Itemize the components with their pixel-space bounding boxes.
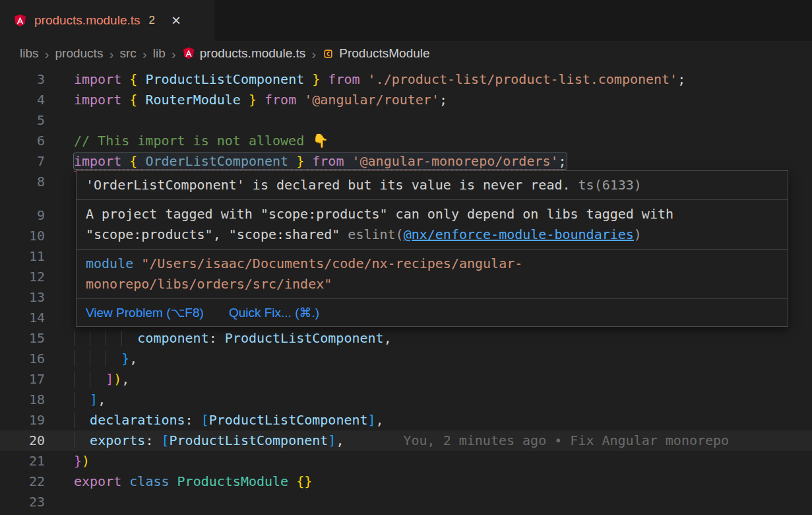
eslint-rule-link[interactable]: @nx/enforce-module-boundaries <box>404 226 634 242</box>
line-number[interactable]: 7 <box>0 151 45 172</box>
code-token: declarations <box>90 412 185 428</box>
breadcrumb-item-products-module-ts[interactable]: products.module.ts <box>182 46 306 61</box>
breadcrumb-item-productsmodule[interactable]: ProductsModule <box>322 46 429 61</box>
indent-guide <box>121 331 122 346</box>
code-token: OrderListComponent <box>145 153 288 169</box>
code-token: { <box>129 153 145 169</box>
line-number[interactable]: 22 <box>0 471 45 492</box>
code-token: , <box>129 351 137 366</box>
line-content: import { ProductListComponent } from './… <box>74 71 685 87</box>
line-number[interactable]: 20 <box>0 430 45 451</box>
line-content: import { OrderListComponent } from '@ang… <box>74 153 567 169</box>
indent-guide <box>106 351 106 366</box>
line-content: ], <box>74 392 106 407</box>
view-problem-button[interactable]: View Problem (⌥F8) <box>86 305 204 320</box>
code-token: , <box>121 371 129 387</box>
line-content: declarations: [ProductListComponent], <box>74 412 384 428</box>
close-icon[interactable]: × <box>172 13 181 28</box>
line-number[interactable]: 23 <box>0 492 45 512</box>
breadcrumb-label: products.module.ts <box>200 46 306 61</box>
code-token: export <box>74 473 129 489</box>
code-token: ProductListComponent <box>209 412 368 428</box>
code-token <box>74 392 90 407</box>
code-token: import <box>74 153 129 169</box>
code-line-3[interactable]: 3import { ProductListComponent } from '.… <box>0 69 812 90</box>
line-number[interactable]: 10 <box>0 226 45 246</box>
line-number[interactable]: 13 <box>0 287 45 308</box>
eslint-error-line2: "scope:products", "scope:shared" <box>86 226 348 242</box>
ts-error-code: ts(6133) <box>571 177 642 193</box>
code-token: {} <box>296 473 312 489</box>
code-token: ProductListComponent <box>145 71 304 87</box>
line-number[interactable]: 19 <box>0 410 45 430</box>
breadcrumb-item-src[interactable]: src <box>119 46 136 61</box>
line-number[interactable]: 6 <box>0 131 45 151</box>
breadcrumb-item-libs[interactable]: libs <box>20 46 39 61</box>
code-token: import <box>74 71 129 87</box>
eslint-source-open: eslint( <box>348 226 403 242</box>
module-path-line1: "/Users/isaac/Documents/code/nx-recipes/… <box>133 256 522 271</box>
line-number[interactable]: 17 <box>0 369 45 390</box>
line-number[interactable]: 21 <box>0 451 45 471</box>
line-number[interactable]: 18 <box>0 390 45 410</box>
code-line-23[interactable]: 23 <box>0 492 812 512</box>
chevron-right-icon: › <box>142 47 147 61</box>
code-line-6[interactable]: 6// This import is not allowed 👇 <box>0 131 812 151</box>
chevron-right-icon: › <box>172 47 176 61</box>
code-token: ] <box>106 371 113 387</box>
chevron-right-icon: › <box>45 47 49 61</box>
line-number[interactable]: 4 <box>0 90 45 110</box>
tab-products-module-ts[interactable]: products.module.ts 2 × <box>0 0 214 41</box>
breadcrumb-label: src <box>119 46 136 61</box>
code-token: from <box>257 92 304 108</box>
breadcrumb-label: products <box>55 46 104 61</box>
breadcrumb-item-lib[interactable]: lib <box>153 46 166 61</box>
code-line-20[interactable]: 20 exports: [ProductListComponent],You, … <box>0 430 812 451</box>
line-content: export class ProductsModule {} <box>74 473 312 489</box>
angular-icon <box>13 14 27 28</box>
breadcrumb-item-products[interactable]: products <box>55 46 104 61</box>
code-token: , <box>384 330 392 346</box>
code-line-18[interactable]: 18 ], <box>0 390 812 410</box>
code-line-16[interactable]: 16 }, <box>0 349 812 369</box>
chevron-right-icon: › <box>109 47 113 61</box>
indent-guide <box>90 331 90 346</box>
code-line-7[interactable]: 7import { OrderListComponent } from '@an… <box>0 151 812 172</box>
line-number[interactable]: 16 <box>0 349 45 369</box>
angular-icon <box>182 47 195 60</box>
line-number[interactable]: 15 <box>0 328 45 349</box>
tab-bar: products.module.ts 2 × <box>0 0 812 41</box>
code-token: , <box>376 412 384 428</box>
indent-guide <box>90 351 90 366</box>
code-line-22[interactable]: 22export class ProductsModule {} <box>0 471 812 492</box>
breadcrumb-label: libs <box>20 46 39 61</box>
line-number[interactable]: 9 <box>0 205 45 226</box>
code-token: '@angular-monorepo/orders' <box>352 153 558 169</box>
code-line-21[interactable]: 21}) <box>0 451 812 471</box>
hover-module-path: module "/Users/isaac/Documents/code/nx-r… <box>77 249 788 298</box>
line-number[interactable]: 3 <box>0 69 45 90</box>
code-token: exports <box>90 432 145 448</box>
code-token: , <box>98 392 106 407</box>
line-number[interactable]: 14 <box>0 308 45 328</box>
code-line-17[interactable]: 17 ]), <box>0 369 812 390</box>
indent-guide <box>74 351 75 366</box>
line-number[interactable]: 5 <box>0 110 45 131</box>
line-number[interactable]: 8 <box>0 172 45 192</box>
breadcrumb: libs›products›src›lib›products.module.ts… <box>0 41 812 66</box>
class-icon <box>322 48 334 60</box>
line-number[interactable]: 11 <box>0 246 45 267</box>
code-line-15[interactable]: 15 component: ProductListComponent, <box>0 328 812 349</box>
line-number[interactable]: 12 <box>0 267 45 287</box>
code-line-19[interactable]: 19 declarations: [ProductListComponent], <box>0 410 812 430</box>
indent-guide <box>90 372 90 387</box>
quick-fix-button[interactable]: Quick Fix... (⌘.) <box>229 305 319 320</box>
eslint-error-line1: A project tagged with "scope:products" c… <box>86 206 673 222</box>
code-token: from <box>304 153 352 169</box>
code-line-5[interactable]: 5 <box>0 110 812 131</box>
code-token: ; <box>439 92 447 108</box>
code-token: '@angular/router' <box>304 92 439 108</box>
code-token: ) <box>113 371 121 387</box>
code-token: [ <box>161 432 169 448</box>
code-line-4[interactable]: 4import { RouterModule } from '@angular/… <box>0 90 812 110</box>
